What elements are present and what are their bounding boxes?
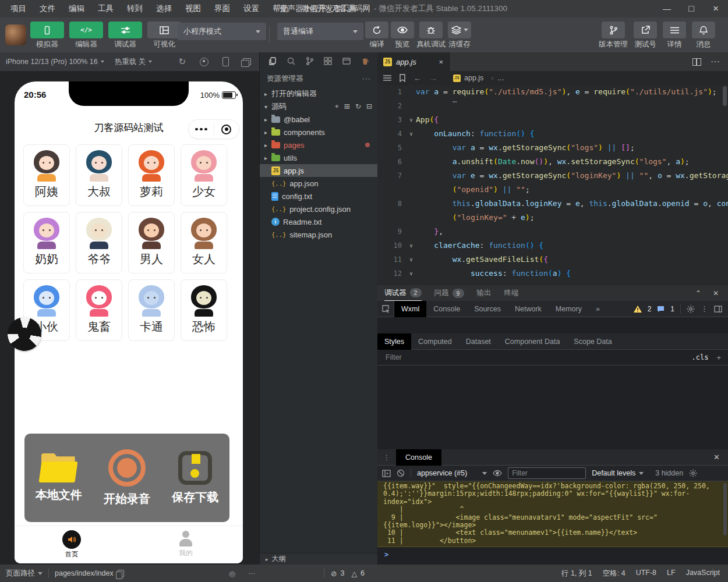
close-minibar-button[interactable] xyxy=(214,125,239,134)
warning-count[interactable]: 2 xyxy=(648,305,652,313)
fold-arrow-icon[interactable]: ∨ xyxy=(407,113,416,127)
panel-tab-终端[interactable]: 终端 xyxy=(504,285,519,301)
source-control-icon[interactable] xyxy=(305,56,314,66)
eye-icon[interactable]: ◎ xyxy=(229,569,235,578)
window-icon[interactable] xyxy=(342,56,351,66)
voice-card-少女[interactable]: 少女 xyxy=(181,144,227,206)
tree-item-utils[interactable]: ▸utils xyxy=(260,151,378,164)
more-actions-icon[interactable]: ··· xyxy=(362,74,372,83)
new-folder-icon[interactable]: ⊞ xyxy=(344,102,350,111)
status-item[interactable]: 空格: 4 xyxy=(603,569,625,579)
breadcrumb-file[interactable]: app.js xyxy=(464,74,483,82)
toolbar-button-清缓存[interactable]: 清缓存 xyxy=(448,22,471,49)
clear-console-icon[interactable] xyxy=(397,469,405,477)
toolbar-button-真机调试[interactable]: 真机调试 xyxy=(416,22,446,49)
voice-card-阿姨[interactable]: 阿姨 xyxy=(23,144,70,206)
js-context-select[interactable]: appservice (#5) xyxy=(417,469,487,477)
fold-arrow-icon[interactable]: ∨ xyxy=(407,127,416,141)
tab-我的[interactable]: 我的 xyxy=(129,526,243,563)
tab-appjs[interactable]: JS app.js × xyxy=(377,52,450,71)
more-dots-icon[interactable]: ··· xyxy=(248,569,256,577)
toolbar-button-编辑器[interactable]: </>编辑器 xyxy=(69,22,103,49)
tree-item-sitemap.json[interactable]: {..}sitemap.json xyxy=(260,228,378,241)
tree-item-Readme.txt[interactable]: iReadme.txt xyxy=(260,215,378,228)
issue-count[interactable]: 1 xyxy=(670,305,674,313)
minimize-button[interactable]: — xyxy=(655,0,679,17)
tree-item-app.json[interactable]: {..}app.json xyxy=(260,177,378,190)
menu-item-选择[interactable]: 选择 xyxy=(154,3,174,14)
breadcrumb-more[interactable]: … xyxy=(497,74,505,82)
dock-side-icon[interactable] xyxy=(714,306,722,313)
device-select[interactable]: iPhone 12/13 (Pro) 100% 16 xyxy=(6,58,104,66)
back-icon[interactable]: ← xyxy=(414,73,422,83)
toolbar-button-预览[interactable]: 预览 xyxy=(391,22,414,49)
console-output[interactable]: {{item.way}}" style="{{onChangeedWay==id… xyxy=(377,481,728,565)
cls-toggle[interactable]: .cls xyxy=(692,353,709,361)
close-drawer-icon[interactable]: ✕ xyxy=(713,453,728,462)
toolbar-button-模拟器[interactable]: 模拟器 xyxy=(30,22,64,49)
voice-card-大叔[interactable]: 大叔 xyxy=(76,144,122,206)
fold-arrow-icon[interactable]: ∨ xyxy=(407,239,416,253)
bookmark-icon[interactable] xyxy=(399,74,406,82)
menu-item-设置[interactable]: 设置 xyxy=(241,3,261,14)
kebab-menu-icon[interactable]: ⋮ xyxy=(701,304,708,313)
voice-card-女人[interactable]: 女人 xyxy=(181,212,227,274)
styles-tab-Styles[interactable]: Styles xyxy=(377,333,411,350)
voice-card-恐怖[interactable]: 恐怖 xyxy=(181,279,227,341)
panel-tab-问题[interactable]: 问题9 xyxy=(434,285,464,301)
split-editor-icon[interactable] xyxy=(692,58,701,66)
extensions-icon[interactable] xyxy=(323,56,333,66)
collapse-all-icon[interactable]: ⊟ xyxy=(366,102,372,111)
console-scrollbar[interactable] xyxy=(723,483,727,535)
hidden-messages-count[interactable]: 3 hidden xyxy=(655,469,683,477)
menu-item-视图[interactable]: 视图 xyxy=(183,3,203,14)
styles-tab-Computed[interactable]: Computed xyxy=(411,333,459,350)
tree-item-project.config.json[interactable]: {..}project.config.json xyxy=(260,203,378,215)
toolbar-button-消息[interactable]: 消息 xyxy=(692,22,715,49)
console-prompt[interactable]: > xyxy=(377,547,728,559)
devtools-more-tabs[interactable]: » xyxy=(589,301,607,317)
styles-filter-input[interactable] xyxy=(384,353,561,362)
status-item[interactable]: 行 1, 列 1 xyxy=(561,569,592,579)
devtools-tab-Sources[interactable]: Sources xyxy=(467,301,508,317)
device-frame-icon[interactable] xyxy=(222,57,229,66)
outline-section[interactable]: ▸ 大纲 xyxy=(260,553,378,565)
menu-item-界面[interactable]: 界面 xyxy=(212,3,232,14)
close-tab-icon[interactable]: × xyxy=(439,58,443,66)
status-item[interactable]: UTF-8 xyxy=(636,569,656,579)
toolbar-button-测试号[interactable]: 测试号 xyxy=(634,22,657,49)
devtools-tab-Console[interactable]: Console xyxy=(426,301,467,317)
tree-item-app.js[interactable]: JSapp.js xyxy=(260,164,378,177)
action-保存下载[interactable]: 保存下载 xyxy=(172,451,218,505)
voice-card-卡通[interactable]: 卡通 xyxy=(128,279,175,341)
styles-tab-Scope Data[interactable]: Scope Data xyxy=(567,333,619,350)
eye-icon[interactable] xyxy=(493,470,502,477)
tree-item-pages[interactable]: ▸pages xyxy=(260,139,378,151)
panel-tab-输出[interactable]: 输出 xyxy=(477,285,492,301)
toolbar-button-详情[interactable]: 详情 xyxy=(663,22,686,49)
more-menu-button[interactable] xyxy=(189,128,214,131)
toolbar-button-编译[interactable]: 编译 xyxy=(365,22,388,49)
action-本地文件[interactable]: 本地文件 xyxy=(36,453,82,503)
add-style-icon[interactable]: + xyxy=(716,353,721,362)
new-file-icon[interactable]: + xyxy=(335,102,339,111)
wxml-tree-area[interactable] xyxy=(377,317,728,333)
inspect-element-icon[interactable] xyxy=(377,301,394,317)
tea-pot-icon[interactable] xyxy=(361,56,370,66)
toolbar-button-调试器[interactable]: 调试器 xyxy=(108,22,142,49)
fold-arrow-icon[interactable]: ∨ xyxy=(407,267,416,281)
editor-scrollbar[interactable] xyxy=(723,86,727,106)
source-section[interactable]: ▾ 源码 +⊞↻⊟ xyxy=(260,100,378,113)
more-actions-icon[interactable]: ··· xyxy=(711,56,720,67)
tab-首页[interactable]: 首页 xyxy=(15,526,129,563)
voice-card-爷爷[interactable]: 爷爷 xyxy=(76,212,122,274)
menu-item-文件[interactable]: 文件 xyxy=(37,3,58,14)
open-editors-section[interactable]: ▸ 打开的编辑器 xyxy=(260,87,378,100)
menu-item-工具[interactable]: 工具 xyxy=(96,3,116,14)
styles-tab-Dataset[interactable]: Dataset xyxy=(459,333,498,350)
tree-item-@babel[interactable]: ▸@babel xyxy=(260,113,378,126)
panel-tab-调试器[interactable]: 调试器2 xyxy=(384,285,422,301)
voice-card-萝莉[interactable]: 萝莉 xyxy=(128,144,175,206)
toolbar-button-版本管理[interactable]: 版本管理 xyxy=(599,22,628,49)
console-settings-gear-icon[interactable] xyxy=(689,469,697,477)
